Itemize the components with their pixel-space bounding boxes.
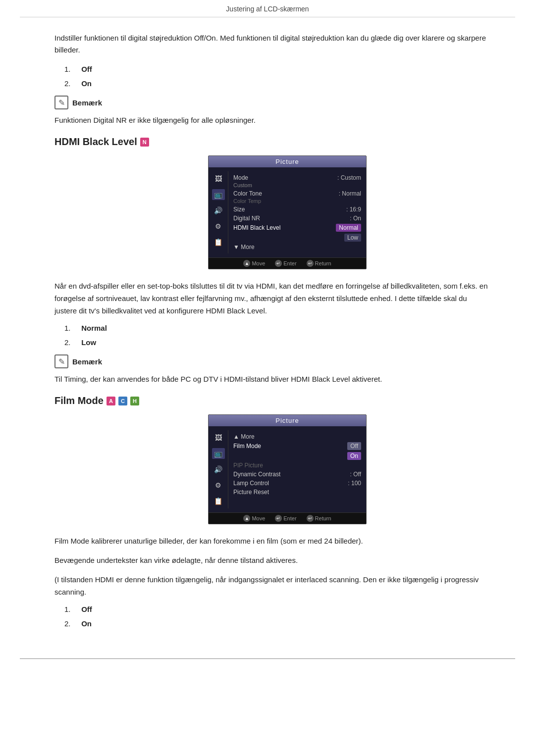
bemerk-box-2: ✎ Bemærk — [54, 354, 490, 368]
list-item-1: 1. Off — [64, 65, 490, 73]
bemerk-icon-2: ✎ — [54, 354, 68, 368]
film-icon-3: 🔊 — [212, 464, 225, 475]
hdmi-tv-menu: Picture 🖼 📺 🔊 ⚙ 📋 Mode : Custom — [208, 155, 367, 269]
film-badge-a: A — [107, 397, 115, 405]
tv-row-colortone: Color Tone : Normal — [233, 189, 361, 198]
hdmi-menu-icons: 🖼 📺 🔊 ⚙ 📋 — [209, 171, 228, 253]
film-tv-menu: Picture 🖼 📺 🔊 ⚙ 📋 ▲ More — [208, 414, 367, 524]
film-menu-body: 🖼 📺 🔊 ⚙ 📋 ▲ More F — [209, 426, 366, 512]
film-heading-text: Film Mode — [54, 395, 104, 406]
film-icon-4: ⚙ — [212, 480, 225, 491]
film-desc-3: (I tilstanden HDMI er denne funktion til… — [54, 574, 490, 599]
film-icon-2: 📺 — [212, 448, 225, 459]
film-tv-menu-container: Picture 🖼 📺 🔊 ⚙ 📋 ▲ More — [84, 414, 490, 524]
film-desc-2: Bevægende undertekster kan virke ødelagt… — [54, 554, 490, 567]
hdmi-note: Til Timing, der kan anvendes for både PC… — [54, 373, 490, 385]
film-row-pip: PIP Picture — [233, 461, 361, 470]
tv-row-colortemp: Color Temp — [233, 198, 361, 205]
hdmi-menu-footer: ▲ Move ↵ Enter ↩ Return — [209, 257, 366, 269]
tv-icon-3: 🔊 — [212, 205, 225, 216]
footer-return: ↩ Return — [307, 260, 331, 267]
hdmi-menu-title: Picture — [209, 156, 366, 167]
tv-row-custom: Custom — [233, 182, 361, 189]
footer-move: ▲ Move — [243, 260, 265, 267]
film-row-reset: Picture Reset — [233, 488, 361, 497]
film-menu-footer: ▲ Move ↵ Enter ↩ Return — [209, 512, 366, 524]
bemerk-label-1: Bemærk — [72, 99, 102, 107]
hdmi-heading-text: HDMI Black Level — [54, 136, 137, 148]
film-row-lamp: Lamp Control : 100 — [233, 479, 361, 488]
film-row-dyncontrast: Dynamic Contrast : Off — [233, 470, 361, 479]
page-container: Justering af LCD-skærmen Indstiller funk… — [0, 0, 535, 659]
bottom-rule — [20, 658, 515, 659]
tv-row-hdmi-low: Low — [233, 233, 361, 243]
film-footer-return: ↩ Return — [307, 515, 331, 522]
film-row-on: On — [233, 451, 361, 461]
film-list-1: 1. Off — [64, 605, 490, 613]
bemerk-icon-1: ✎ — [54, 96, 68, 109]
hdmi-description: Når en dvd-afspiller eller en set-top-bo… — [54, 280, 490, 317]
film-mode-heading: Film Mode A C H — [54, 395, 490, 406]
film-menu-title: Picture — [209, 415, 366, 426]
film-footer-move: ▲ Move — [243, 515, 265, 522]
hdmi-list-2: 2. Low — [64, 338, 490, 347]
film-footer-enter: ↵ Enter — [275, 515, 296, 522]
bemerk-label-2: Bemærk — [72, 357, 102, 366]
footer-enter: ↵ Enter — [275, 260, 296, 267]
intro-text: Indstiller funktionen til digital støjre… — [54, 32, 490, 56]
film-badge-h: H — [130, 397, 139, 405]
tv-icon-1: 🖼 — [212, 173, 225, 184]
page-header: Justering af LCD-skærmen — [20, 0, 515, 17]
tv-row-hdmiblocklevel: HDMI Black Level Normal — [233, 223, 361, 233]
film-row-more: ▲ More — [233, 432, 361, 441]
tv-row-size: Size : 16:9 — [233, 205, 361, 214]
film-icon-1: 🖼 — [212, 432, 225, 443]
tv-row-mode: Mode : Custom — [233, 173, 361, 182]
film-badge-c: C — [118, 397, 127, 405]
tv-icon-5: 📋 — [212, 237, 225, 248]
digital-nr-note: Funktionen Digital NR er ikke tilgængeli… — [54, 114, 490, 126]
hdmi-black-level-heading: HDMI Black Level N — [54, 136, 490, 148]
content-area: Indstiller funktionen til digital støjre… — [0, 17, 535, 649]
film-list-2: 2. On — [64, 619, 490, 628]
bemerk-box-1: ✎ Bemærk — [54, 96, 490, 109]
page-title: Justering af LCD-skærmen — [226, 5, 309, 13]
film-row-off: Film Mode Off — [233, 441, 361, 451]
hdmi-badge: N — [140, 138, 149, 147]
film-menu-icons: 🖼 📺 🔊 ⚙ 📋 — [209, 430, 228, 508]
film-menu-items: ▲ More Film Mode Off On — [228, 430, 366, 508]
hdmi-list-1: 1. Normal — [64, 324, 490, 332]
film-desc-1: Film Mode kalibrerer unaturlige billeder… — [54, 535, 490, 548]
tv-row-more: ▼ More — [233, 243, 361, 252]
tv-icon-2: 📺 — [212, 189, 225, 200]
hdmi-tv-menu-container: Picture 🖼 📺 🔊 ⚙ 📋 Mode : Custom — [84, 155, 490, 269]
tv-row-digitalnr: Digital NR : On — [233, 214, 361, 223]
hdmi-menu-body: 🖼 📺 🔊 ⚙ 📋 Mode : Custom Custom — [209, 167, 366, 257]
tv-icon-4: ⚙ — [212, 221, 225, 232]
list-item-2: 2. On — [64, 79, 490, 88]
hdmi-menu-items: Mode : Custom Custom Color Tone : Normal… — [228, 171, 366, 253]
film-icon-5: 📋 — [212, 496, 225, 506]
